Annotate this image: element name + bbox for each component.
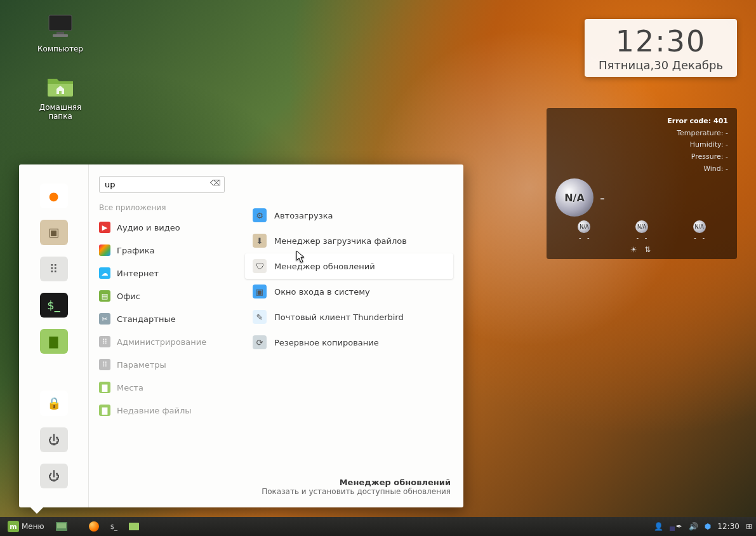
app-label: Окно входа в систему	[274, 287, 370, 297]
menu-search: ⌫	[99, 176, 225, 193]
favorite-shutdown[interactable]: ⏻	[40, 464, 68, 488]
category-label: Офис	[117, 291, 140, 301]
preferences-icon: ⠿	[99, 359, 110, 370]
menu-categories-column: ⌫ Все приложения ▶Аудио и видеоГрафика☁И…	[89, 164, 235, 507]
tray-shield-icon[interactable]: ⬢	[705, 522, 711, 531]
svg-rect-4	[57, 523, 66, 528]
menu-apps-column: ⚙Автозагрузка⬇Менеджер загрузчика файлов…	[235, 164, 463, 507]
app-login-window[interactable]: ▣Окно входа в систему	[245, 279, 453, 304]
weather-row: Wind: -	[555, 163, 728, 175]
weather-widget[interactable]: Error code: 401 Temperature: - Humidity:…	[547, 108, 737, 259]
svg-rect-1	[56, 32, 64, 34]
weather-row: Temperature: -	[555, 128, 728, 140]
app-backup[interactable]: ⟳Резервное копирование	[245, 330, 453, 355]
weather-refresh[interactable]: ☀ ⇅	[555, 245, 728, 254]
taskbar-menu-button[interactable]: m Меню	[4, 519, 48, 534]
menu-categories-header: Все приложения	[89, 199, 235, 216]
category-audio-video[interactable]: ▶Аудио и видео	[89, 216, 235, 239]
clock-widget[interactable]: 12:30 Пятница,30 Декабрь	[585, 19, 737, 77]
favorite-terminal[interactable]: $_	[40, 293, 68, 318]
svg-rect-2	[53, 34, 68, 37]
download-manager-icon: ⬇	[253, 234, 267, 248]
weather-current-temp: -	[600, 190, 605, 206]
desktop-icon-computer[interactable]: Компьютер	[29, 11, 92, 53]
app-label: Почтовый клиент Thunderbird	[274, 312, 404, 322]
category-graphics[interactable]: Графика	[89, 239, 235, 262]
category-label: Параметры	[117, 360, 166, 370]
forecast-day: N/A- -	[635, 220, 648, 241]
weather-error: Error code: 401	[555, 116, 728, 128]
app-label: Менеджер обновлений	[274, 262, 375, 271]
taskbar-launcher-firefox[interactable]	[85, 519, 103, 533]
forecast-day: N/A- -	[578, 220, 590, 241]
administration-icon: ⠿	[99, 336, 110, 347]
audio-video-icon: ▶	[99, 222, 110, 233]
category-office[interactable]: ▤Офис	[89, 285, 235, 307]
app-label: Резервное копирование	[274, 338, 379, 347]
weather-current: N/A -	[555, 178, 728, 217]
weather-row: Humidity: -	[555, 139, 728, 151]
desktop-icon-label: Компьютер	[37, 44, 83, 53]
forecast-day: N/A- -	[693, 220, 706, 241]
category-label: Администрирование	[117, 337, 206, 347]
search-clear-icon[interactable]: ⌫	[210, 178, 221, 187]
app-thunderbird[interactable]: ✎Почтовый клиент Thunderbird	[245, 304, 453, 330]
menu-app-description-sub: Показать и установить доступные обновлен…	[248, 487, 451, 496]
taskbar-launcher-terminal[interactable]: $_	[107, 521, 121, 532]
graphics-icon	[99, 245, 110, 256]
category-label: Графика	[117, 246, 155, 255]
tray-clock[interactable]: 12:30	[717, 522, 739, 531]
tray-updates-icon[interactable]: ✒	[676, 522, 682, 531]
favorite-lock[interactable]: 🔒	[40, 391, 68, 415]
taskbar-show-desktop[interactable]	[52, 520, 71, 533]
favorite-logout[interactable]: ⏻	[40, 427, 68, 452]
show-desktop-icon	[56, 522, 67, 531]
firefox-icon	[89, 521, 99, 532]
places-icon: ▇	[99, 382, 110, 393]
update-manager-icon: 🛡	[253, 259, 267, 273]
category-label: Стандартные	[117, 314, 176, 324]
folder-home-icon	[45, 70, 76, 100]
category-internet[interactable]: ☁Интернет	[89, 262, 235, 285]
svg-rect-0	[49, 15, 72, 30]
category-recent[interactable]: ▇Недавние файлы	[89, 399, 235, 422]
files-icon	[129, 523, 139, 530]
app-update-manager[interactable]: 🛡Менеджер обновлений	[245, 253, 453, 279]
desktop-icon-home[interactable]: Домашняя папка	[29, 70, 92, 121]
favorite-software-manager[interactable]: ▣	[40, 220, 68, 245]
taskbar-menu-label: Меню	[22, 522, 44, 531]
favorite-settings[interactable]: ⠿	[40, 257, 68, 281]
search-input[interactable]	[99, 176, 225, 193]
weather-forecast: N/A- - N/A- - N/A- -	[555, 220, 728, 241]
mint-logo-icon: m	[8, 521, 19, 532]
recent-icon: ▇	[99, 405, 110, 416]
taskbar: m Меню $_ 👤 ✒ 🔊 ⬢ 12:30 ⊞	[0, 517, 756, 536]
category-accessories[interactable]: ✂Стандартные	[89, 307, 235, 330]
tray-volume-icon[interactable]: 🔊	[689, 522, 698, 531]
tray-user-icon[interactable]: 👤	[654, 522, 663, 531]
weather-rows: Error code: 401 Temperature: - Humidity:…	[555, 116, 728, 175]
desktop-icon-label: Домашняя папка	[39, 103, 81, 121]
system-tray: 👤 ✒ 🔊 ⬢ 12:30 ⊞	[654, 522, 752, 531]
taskbar-launcher-files[interactable]	[125, 521, 143, 532]
category-label: Аудио и видео	[117, 223, 180, 232]
thunderbird-icon: ✎	[253, 310, 267, 324]
category-places[interactable]: ▇Места	[89, 376, 235, 399]
category-administration[interactable]: ⠿Администрирование	[89, 330, 235, 353]
clock-date: Пятница,30 Декабрь	[599, 58, 723, 72]
menu-favorites: ●▣⠿$_▇🔒⏻⏻	[19, 164, 89, 507]
computer-icon	[45, 11, 76, 42]
favorite-files[interactable]: ▇	[40, 329, 68, 354]
favorite-firefox[interactable]: ●	[40, 184, 68, 208]
start-menu: ●▣⠿$_▇🔒⏻⏻ ⌫ Все приложения ▶Аудио и виде…	[19, 164, 463, 507]
weather-row: Pressure: -	[555, 151, 728, 163]
menu-app-description: Менеджер обновлений Показать и установит…	[245, 471, 453, 497]
category-label: Недавние файлы	[117, 406, 192, 415]
clock-time: 12:30	[599, 24, 723, 58]
app-autostart[interactable]: ⚙Автозагрузка	[245, 203, 453, 228]
tray-expand-icon[interactable]: ⊞	[746, 522, 752, 531]
category-preferences[interactable]: ⠿Параметры	[89, 353, 235, 376]
app-download-manager[interactable]: ⬇Менеджер загрузчика файлов	[245, 228, 453, 253]
internet-icon: ☁	[99, 267, 110, 279]
app-label: Автозагрузка	[274, 211, 333, 220]
